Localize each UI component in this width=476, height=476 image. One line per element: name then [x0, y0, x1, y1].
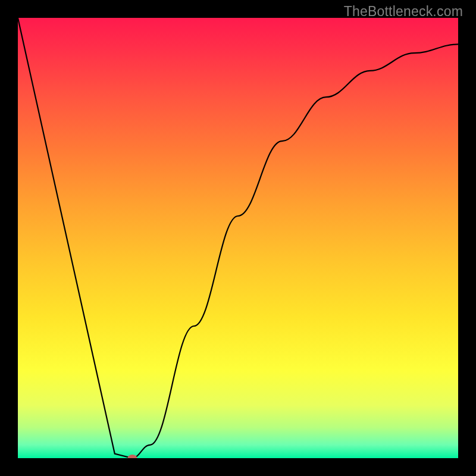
bottleneck-curve: [18, 18, 458, 458]
curve-layer: [18, 18, 458, 458]
optimal-point-marker: [127, 455, 137, 458]
plot-area: [18, 18, 458, 458]
chart-frame: TheBottleneck.com: [0, 0, 476, 476]
watermark-label: TheBottleneck.com: [344, 4, 463, 20]
